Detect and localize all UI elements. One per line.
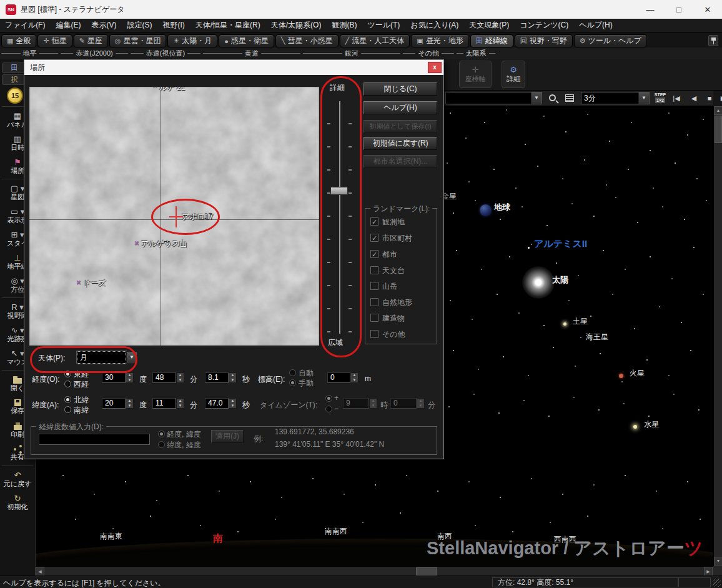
tab-gridlines[interactable]: 田経緯線 [470, 34, 513, 47]
radio-tz-minus[interactable] [325, 406, 332, 412]
close-dialog-button[interactable]: 閉じる(C) [363, 82, 437, 96]
checkbox-natural-terrain[interactable] [370, 298, 378, 306]
zoom-slider[interactable] [339, 101, 340, 334]
tab-sun-moon[interactable]: ☀太陽・月 [167, 34, 217, 47]
timezone-hour-stepper[interactable] [369, 398, 377, 409]
menu-item-help[interactable]: ヘルプ(H) [579, 20, 613, 31]
checkbox-other[interactable] [370, 330, 378, 338]
save-default-button[interactable]: 初期値として保存(I) [363, 120, 437, 133]
longitude-sec-stepper[interactable] [229, 372, 237, 383]
timezone-min-field[interactable]: 0 [390, 398, 417, 409]
menu-item-phenomena[interactable]: 天文現象(P) [469, 20, 509, 31]
select-city-button[interactable]: 都市名選択(N)... [363, 155, 437, 168]
close-button[interactable]: ✕ [693, 0, 722, 19]
scroll-up-icon[interactable]: ▲ [714, 106, 722, 115]
title-bar[interactable]: SN 星図 [標準] - ステラナビゲータ — □ ✕ [0, 0, 722, 19]
tab-constellations[interactable]: ✎星座 [74, 34, 108, 47]
chevron-down-icon[interactable]: ▼ [531, 92, 542, 104]
scroll-down-icon[interactable]: ▼ [714, 557, 722, 566]
menu-item-contents[interactable]: コンテンツ(C) [520, 20, 568, 31]
menu-item-tools[interactable]: ツール(T) [367, 20, 400, 31]
checkbox-observation-site[interactable] [370, 217, 378, 226]
detail-button[interactable]: ⚙詳細 [502, 61, 525, 88]
menu-item-edit[interactable]: 編集(E) [56, 20, 81, 31]
vertical-scroll-thumb[interactable] [715, 116, 722, 143]
dialog-title-bar[interactable]: 場所 [24, 60, 443, 75]
time-step-combo[interactable]: 3分▼ [581, 92, 650, 104]
coord-input-field[interactable] [39, 434, 150, 445]
clock-badge[interactable]: 15 [7, 87, 23, 104]
tab-nebulae[interactable]: ◎星雲・星団 [109, 34, 167, 47]
horizontal-scrollbar[interactable]: ◀ ▶ [36, 566, 713, 576]
resize-grip[interactable] [713, 579, 721, 587]
latitude-sec-stepper[interactable] [229, 398, 237, 409]
scroll-right-icon[interactable]: ▶ [704, 567, 713, 576]
menu-item-view[interactable]: 表示(V) [91, 20, 116, 31]
horizontal-scroll-thumb[interactable] [416, 567, 437, 576]
menu-item-observation[interactable]: 観測(B) [332, 20, 357, 31]
radio-lat-lon[interactable] [158, 441, 165, 448]
skip-start-button[interactable]: |◀ [670, 92, 683, 104]
body-dropdown[interactable]: 月 ▼ [77, 351, 137, 364]
menu-item-favorites[interactable]: お気に入り(A) [410, 20, 458, 31]
tab-general[interactable]: ▦全般 [1, 34, 36, 47]
search-input[interactable] [446, 92, 531, 104]
scroll-left-icon[interactable]: ◀ [36, 567, 44, 576]
list-icon[interactable] [565, 94, 574, 102]
tab-stars[interactable]: ✛恒星 [37, 34, 72, 47]
sidebar-item-undo[interactable]: ↶元に戻す [2, 467, 33, 491]
play-forward-button[interactable]: ▶ [716, 92, 722, 104]
longitude-min-field[interactable]: 48 [152, 372, 176, 383]
checkbox-observatory[interactable] [370, 266, 378, 274]
tab-fov-framing[interactable]: 回視野・写野 [515, 34, 573, 47]
timezone-min-stepper[interactable] [417, 398, 425, 409]
checkbox-structures[interactable] [370, 314, 378, 322]
pin-icon[interactable] [708, 35, 718, 46]
menu-item-file[interactable]: ファイル(F) [5, 20, 45, 31]
checkbox-municipality[interactable] [370, 234, 378, 242]
latitude-deg-stepper[interactable] [126, 398, 134, 409]
tab-meteors-satellites[interactable]: ╱流星・人工天体 [340, 34, 410, 47]
checkbox-city[interactable] [370, 250, 378, 258]
sidebar-item-initialize[interactable]: ↻初期化 [2, 491, 33, 514]
radio-south[interactable] [64, 406, 71, 413]
stop-button[interactable]: ■ [703, 92, 716, 104]
timezone-hour-field[interactable]: 9 [343, 398, 369, 409]
moon-map[interactable]: × ルナ 21 アポロ17 × アルゲウス山 × ドーズ [29, 87, 319, 346]
latitude-sec-field[interactable]: 47.0 [205, 398, 229, 409]
radio-altitude-auto[interactable] [289, 369, 296, 376]
longitude-sec-field[interactable]: 8.1 [205, 372, 229, 383]
play-back-button[interactable]: ◀ [687, 92, 701, 104]
chevron-down-icon[interactable]: ▼ [126, 351, 137, 364]
tab-planets[interactable]: ●惑星・衛星 [219, 34, 274, 47]
apply-button[interactable]: 適用(J) [211, 430, 244, 443]
sidebar-grid-button[interactable]: 田 [2, 62, 27, 73]
menu-item-fov[interactable]: 視野(I) [162, 20, 184, 31]
chevron-down-icon[interactable]: ▼ [638, 92, 649, 104]
radio-east[interactable] [64, 371, 71, 377]
sidebar-select-button[interactable]: 択 [2, 74, 27, 85]
menu-item-stars-constellations[interactable]: 天体/恒星・星座(R) [195, 20, 260, 31]
vertical-scrollbar[interactable]: ▲ ▼ [713, 106, 722, 566]
radio-west[interactable] [64, 381, 71, 387]
altitude-stepper[interactable] [350, 372, 359, 383]
latitude-min-field[interactable]: 11 [152, 398, 176, 409]
radio-north[interactable] [64, 396, 71, 403]
altitude-field[interactable]: 0 [327, 372, 350, 383]
radio-lon-lat[interactable] [158, 431, 165, 437]
minimize-button[interactable]: — [636, 0, 665, 19]
help-button[interactable]: ヘルプ(H) [363, 101, 437, 114]
tab-comets[interactable]: ╲彗星・小惑星 [275, 34, 339, 47]
maximize-button[interactable]: □ [665, 0, 693, 19]
coordinate-axis-button[interactable]: ✛座標軸 [459, 61, 492, 88]
latitude-deg-field[interactable]: 20 [102, 398, 126, 409]
tab-tools-help[interactable]: ⚙ツール・ヘルプ [574, 34, 647, 47]
longitude-deg-field[interactable]: 30 [102, 372, 126, 383]
menu-item-solar-system[interactable]: 天体/太陽系(O) [271, 20, 322, 31]
apollo17-marker[interactable] [169, 206, 183, 227]
menu-item-settings[interactable]: 設定(S) [127, 20, 152, 31]
longitude-min-stepper[interactable] [176, 372, 184, 383]
object-search-combo[interactable]: ▼ [445, 92, 542, 104]
zoom-slider-thumb[interactable] [330, 187, 348, 195]
longitude-deg-stepper[interactable] [126, 372, 134, 383]
